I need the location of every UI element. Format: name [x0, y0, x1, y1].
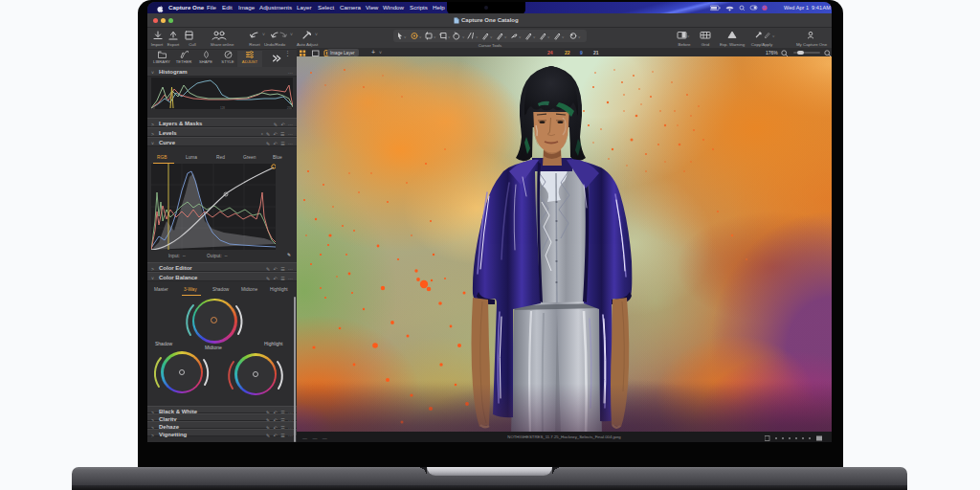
svg-text:˅: ˅	[578, 34, 581, 39]
svg-text:˅: ˅	[262, 32, 265, 37]
svg-text:˅: ˅	[687, 33, 690, 38]
svg-text:˅: ˅	[419, 34, 422, 39]
svg-text:˅: ˅	[448, 34, 451, 39]
svg-text:˅: ˅	[490, 34, 493, 39]
svg-text:˅: ˅	[562, 34, 565, 39]
svg-text:˅: ˅	[462, 34, 465, 39]
svg-text:˅: ˅	[476, 34, 479, 39]
svg-text:˅: ˅	[504, 34, 507, 39]
svg-text:˅: ˅	[404, 34, 407, 39]
svg-text:˅: ˅	[533, 34, 536, 39]
svg-text:128: 128	[220, 106, 225, 110]
svg-text:˅: ˅	[315, 32, 318, 37]
svg-text:˅: ˅	[519, 34, 522, 39]
svg-text:˅: ˅	[772, 33, 775, 38]
svg-text:˅: ˅	[434, 34, 436, 39]
svg-text:255: 255	[287, 106, 292, 110]
svg-text:˅: ˅	[290, 32, 293, 37]
svg-text:˅: ˅	[547, 34, 550, 39]
